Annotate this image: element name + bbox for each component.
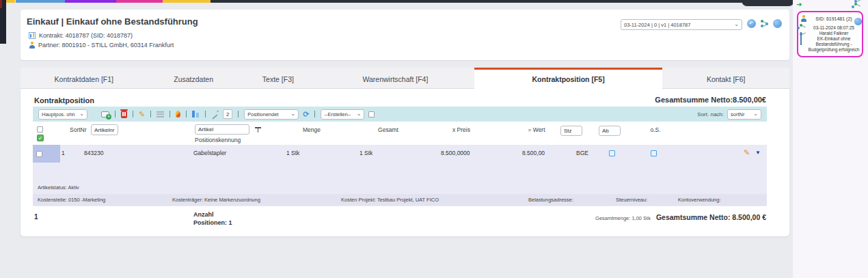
row-select-cell[interactable] [33, 145, 60, 163]
row-steuerniveau: Steuerniveau: [616, 197, 647, 203]
detail-view-select[interactable]: Positionendet ⌄ [244, 109, 299, 120]
row-dropdown-icon[interactable]: ▼ [755, 150, 761, 156]
add-position-icon[interactable] [101, 111, 109, 117]
position-toolbar: Hauptpos. ohn ⌄ ✎ 2 Positionendet ⌄ ⟳ [33, 107, 767, 122]
wand-icon[interactable] [211, 111, 219, 118]
delete-icon[interactable] [121, 111, 127, 118]
row-kosten-projekt: Kosten Projekt: Testbau Projekt, UAT FIC… [341, 197, 439, 203]
row-os-checkbox[interactable] [651, 150, 657, 156]
edit-icon[interactable]: ✎ [139, 111, 145, 118]
app-screen: Einkauf | Einkauf ohne Bestandsführung K… [0, 0, 868, 278]
chevron-down-icon: ⌄ [357, 111, 362, 117]
row-preis: 8.500,0000 [441, 150, 470, 156]
tab-kontakt[interactable]: Kontakt [F6] [662, 68, 789, 88]
artikelnr-button[interactable]: Artikelnr [91, 124, 118, 135]
position-type-value: Hauptpos. ohn [42, 111, 75, 117]
activity-note[interactable]: SID: 6191481 (2) 03-11-2024 08:07:25 Har… [797, 11, 863, 57]
table-footer: 1 Anzahl Positionen: 1 Gesamtmenge: 1,00… [21, 209, 789, 234]
flag-icon[interactable] [176, 111, 180, 117]
row-gesamt: 1 Stk [360, 150, 372, 156]
footer-anzahl-line2: Positionen: 1 [193, 219, 232, 227]
row-artikelnr: 843230 [84, 150, 103, 156]
sort-select[interactable]: sortNr ⌄ [727, 109, 761, 120]
page-number-input[interactable]: 2 [223, 109, 232, 119]
forward-arrow-icon[interactable]: ➜ [796, 1, 802, 8]
detail-view-value: Positionendet [247, 111, 278, 117]
back-icon[interactable]: ↶ [747, 19, 756, 28]
row-artikel: Gabelstapler [193, 150, 226, 156]
footer-anzahl: Anzahl Positionen: 1 [193, 211, 232, 227]
tab-strip-segment [211, 0, 793, 3]
row-kontoverwendung: Kontoverwendung: [678, 197, 721, 203]
activity-user: Harald Falkner [808, 31, 860, 36]
activity-panel: ➜ SID: 6191481 (2) 03-11-2024 08:07:25 H… [793, 0, 868, 278]
create-select[interactable]: --Erstellen-- ⌄ [321, 109, 364, 120]
col-menge: Menge [291, 126, 332, 133]
row-artikelstatus: Artikelstatus: Aktiv [38, 184, 79, 191]
tab-zusatzdaten[interactable]: Zusatzdaten [148, 68, 240, 88]
table-header: ✓ SortNr Artikelnr Artikel Positionskenn… [21, 124, 789, 145]
row-stz: BGE [576, 150, 588, 156]
calendar-icon [800, 32, 802, 45]
activity-sid: SID: 6191481 (2) [808, 16, 860, 23]
stz-filter-input[interactable]: Stz [560, 126, 582, 136]
row-kostenstelle: Kostenstelle: 0150 -Marketing [38, 197, 105, 203]
position-type-select[interactable]: Hauptpos. ohn ⌄ [38, 109, 87, 120]
version-select-value: 03-11-2024 | 0 | v1 | 4018787 [624, 22, 690, 28]
tab-strip-segment [16, 0, 65, 3]
toolbar-checkbox[interactable] [368, 111, 375, 117]
col-wert: = Wert [516, 126, 557, 133]
kontraktposition-panel: Kontraktposition Gesamtsumme Netto:8.500… [21, 89, 789, 236]
footer-gesamtsumme: Gesamtsumme Netto: 8.500,00 € [656, 213, 766, 221]
header-card: Einkauf | Einkauf ohne Bestandsführung K… [21, 10, 789, 60]
select-all-checkbox[interactable] [37, 126, 43, 133]
tab-strip-segment [5, 0, 15, 3]
footer-gesamtmenge: Gesamtmenge: 1,00 Stk [595, 215, 651, 221]
row-sortnr: 1 [62, 150, 65, 156]
window-edge-accent [0, 0, 2, 8]
create-select-value: --Erstellen-- [324, 111, 351, 117]
globe-icon[interactable] [773, 19, 782, 28]
tab-strip-segment [65, 0, 116, 3]
chevron-down-icon: ⌄ [734, 22, 739, 27]
tab-kontraktposition[interactable]: Kontraktposition [F5] [474, 68, 663, 89]
select-confirm-icon[interactable]: ✓ [37, 135, 44, 141]
row-menge: 1 Stk [286, 150, 299, 156]
version-select[interactable]: 03-11-2024 | 0 | v1 | 4018787 ⌄ [621, 19, 742, 30]
row-edit-icon[interactable]: ✎ [744, 149, 750, 156]
tab-warenwirtschaft[interactable]: Warenwirtschaft [F4] [316, 68, 474, 88]
partner-line: Partner: 8001910 - STILL GmbH, 60314 Fra… [29, 42, 174, 48]
kontrakt-line: Kontrakt: 4018787 (SID: 4018787) [29, 32, 133, 39]
tab-texte[interactable]: Texte [F3] [240, 68, 317, 88]
row-ab-checkbox[interactable] [609, 150, 615, 156]
table-row[interactable]: 1 843230 Gabelstapler 1 Stk 1 Stk 8.500,… [33, 145, 767, 206]
row-belastungsadresse: Belastungsadresse: [528, 197, 573, 203]
kontrakt-text: Kontrakt: 4018787 (SID: 4018787) [39, 32, 133, 39]
sort-label: Sort. nach: [697, 111, 724, 117]
footer-count: 1 [34, 213, 38, 221]
col-preis: x Preis [441, 126, 482, 133]
browser-pill [742, 0, 794, 6]
row-cost-band: Kostenstelle: 0150 -Marketing Kostenträg… [33, 194, 767, 206]
section-title: Kontraktposition [34, 96, 94, 105]
section-total: Gesamtsumme Netto:8.500,00€ [655, 96, 766, 104]
col-gesamt: Gesamt [368, 126, 409, 133]
footer-anzahl-line1: Anzahl [193, 211, 232, 219]
list-icon[interactable] [157, 111, 164, 117]
row-checkbox[interactable] [36, 151, 42, 157]
share-icon[interactable] [761, 20, 768, 27]
contract-icon [29, 32, 36, 39]
tab-strip-segment [116, 0, 163, 3]
activity-message: EK-Einkauf ohne Bestandsführung - Budget… [808, 36, 860, 53]
tab-strip-segment [163, 0, 211, 3]
refresh-icon[interactable]: ⟳ [303, 111, 309, 118]
artikel-filter-input[interactable]: Artikel [195, 124, 249, 135]
partner-text: Partner: 8001910 - STILL GmbH, 60314 Fra… [38, 42, 174, 48]
col-os: o.S. [638, 126, 673, 133]
chevron-down-icon: ⌄ [753, 111, 758, 117]
ab-filter-input[interactable]: Ab [599, 126, 621, 136]
partner-icon [29, 42, 35, 48]
columns-icon[interactable] [192, 111, 200, 117]
chevron-down-icon: ⌄ [291, 111, 296, 117]
tab-kontraktdaten[interactable]: Kontraktdaten [F1] [21, 68, 148, 88]
